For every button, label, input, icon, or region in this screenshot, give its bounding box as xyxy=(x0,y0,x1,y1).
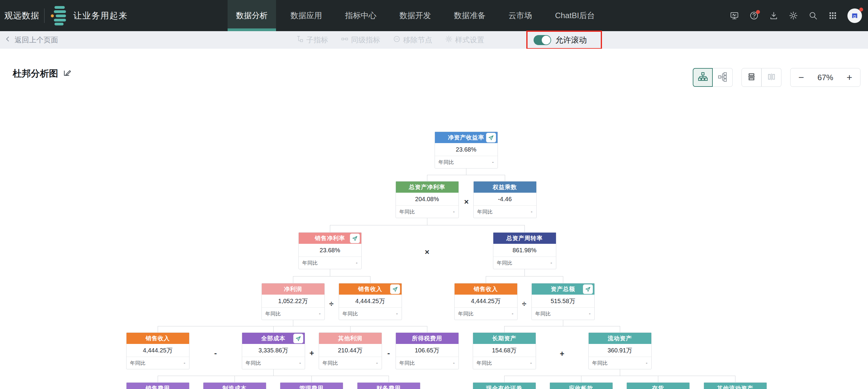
connector-line xyxy=(466,168,466,175)
metric-node-roa[interactable]: 总资产净利率204.08%年同比- xyxy=(396,181,459,218)
metric-node-np[interactable]: 净利润1,052.22万年同比- xyxy=(261,283,325,320)
node-header: 所得税费用 xyxy=(396,333,459,344)
toolbar-action-label: 同级指标 xyxy=(351,35,380,45)
node-header: 全部成本 xyxy=(242,333,305,344)
yoy-label: 年同比 xyxy=(302,260,318,266)
allow-scroll-toggle[interactable] xyxy=(534,35,551,45)
metric-node-ar[interactable]: 应收帐款144.36万年同比- xyxy=(550,382,613,389)
nav-tab-4[interactable]: 数据开发 xyxy=(391,0,439,31)
node-title: 销售收入 xyxy=(146,334,170,343)
nav-tab-5[interactable]: 数据准备 xyxy=(445,0,494,31)
operator-×: × xyxy=(464,198,468,206)
apps-grid-icon[interactable] xyxy=(828,11,837,21)
node-header: 现金有价证券 xyxy=(473,383,536,389)
send-icon[interactable] xyxy=(390,284,400,294)
yoy-label: 年同比 xyxy=(458,310,474,317)
metric-node-tax[interactable]: 所得税费用106.65万年同比- xyxy=(396,332,459,369)
connector-line xyxy=(293,320,293,326)
app-window: 观远数据 让业务用起来 数据分析数据应用指标中心数据开发数据准备云市场ChatB… xyxy=(0,0,868,389)
metric-node-inv[interactable]: 存货108.27万年同比- xyxy=(626,382,690,389)
node-header: 销售收入 xyxy=(126,333,189,344)
connector-line xyxy=(273,369,274,376)
nav-tab-1[interactable]: 数据分析 xyxy=(227,0,276,31)
metric-node-lta[interactable]: 长期资产154.68万年同比- xyxy=(473,332,536,369)
monitor-icon[interactable] xyxy=(730,11,739,21)
metric-node-se[interactable]: 销售费用311.66万年同比- xyxy=(126,382,189,389)
node-title: 销售净利率 xyxy=(315,234,345,242)
connector-line xyxy=(330,225,525,225)
send-icon[interactable] xyxy=(350,233,360,243)
node-title: 其他流动资产 xyxy=(717,385,753,389)
connector-line xyxy=(330,225,330,232)
node-value: 106.65万 xyxy=(396,344,459,357)
child-metric-icon xyxy=(296,35,304,45)
node-header: 总资产周转率 xyxy=(493,233,556,244)
metric-node-ta[interactable]: 资产总额515.58万年同比- xyxy=(531,283,595,320)
nav-tab-3[interactable]: 指标中心 xyxy=(337,0,385,31)
metric-node-rev_sales_2[interactable]: 销售收入4,444.25万年同比- xyxy=(454,283,518,320)
node-yoy-row: 年同比- xyxy=(455,307,517,320)
metric-node-roe[interactable]: 净资产收益率23.68%年同比- xyxy=(435,132,498,168)
metric-node-cash[interactable]: 现金有价证券72.18万年同比- xyxy=(473,382,536,389)
send-icon[interactable] xyxy=(486,133,496,142)
metric-node-rev_sales_1[interactable]: 销售收入4,444.25万年同比- xyxy=(339,283,402,320)
metric-node-ca[interactable]: 流动资产360.91万年同比- xyxy=(588,332,652,369)
connector-line xyxy=(427,175,427,181)
connector-line xyxy=(620,369,620,376)
metric-node-oca[interactable]: 其他流动资产36.09万年同比- xyxy=(704,382,767,389)
metric-node-mc[interactable]: 制造成本2,873.62万年同比- xyxy=(203,382,266,389)
yoy-value: - xyxy=(646,360,648,366)
node-yoy-row: 年同比- xyxy=(242,357,305,369)
remove-node-button[interactable]: 移除节点 xyxy=(393,35,432,45)
yoy-value: - xyxy=(531,209,533,215)
style-settings-button[interactable]: 样式设置 xyxy=(445,35,484,45)
sibling-metric-button[interactable]: 同级指标 xyxy=(341,35,380,45)
operator-+: + xyxy=(309,349,314,357)
scroll-toggle-highlight: 允许滚动 xyxy=(526,31,602,49)
primary-nav-tabs: 数据分析数据应用指标中心数据开发数据准备云市场ChatBI后台 xyxy=(227,0,603,31)
node-title: 其他利润 xyxy=(338,334,362,343)
help-icon[interactable] xyxy=(749,11,759,21)
yoy-label: 年同比 xyxy=(400,208,415,215)
nav-tab-2[interactable]: 数据应用 xyxy=(282,0,331,31)
metric-node-em[interactable]: 权益乘数-4.46年同比- xyxy=(473,181,536,218)
node-value: 23.68% xyxy=(435,143,498,156)
yoy-label: 年同比 xyxy=(438,159,454,166)
metric-node-ae[interactable]: 管理费用143.22万年同比- xyxy=(280,382,343,389)
toolbar-actions: 子指标同级指标移除节点样式设置 xyxy=(296,31,484,49)
node-header: 存货 xyxy=(627,383,689,389)
nav-tab-6[interactable]: 云市场 xyxy=(500,0,540,31)
metric-node-fe[interactable]: 财务费用7.37万年同比- xyxy=(357,382,421,389)
send-icon[interactable] xyxy=(293,334,303,343)
connector-line xyxy=(505,175,505,181)
yoy-value: - xyxy=(184,360,186,366)
send-icon[interactable] xyxy=(583,284,593,294)
node-title: 流动资产 xyxy=(608,334,632,343)
metric-node-cost[interactable]: 全部成本3,335.86万年同比- xyxy=(242,332,305,369)
back-button[interactable]: 返回上个页面 xyxy=(4,31,58,49)
node-value: 861.98% xyxy=(493,244,556,257)
child-metric-button[interactable]: 子指标 xyxy=(296,35,328,45)
yoy-label: 年同比 xyxy=(477,208,493,215)
settings-icon[interactable] xyxy=(788,11,798,21)
nav-tab-7[interactable]: ChatBI后台 xyxy=(547,0,603,31)
avatar[interactable] xyxy=(847,8,862,23)
node-title: 销售收入 xyxy=(358,285,382,293)
download-icon[interactable] xyxy=(769,11,778,21)
search-icon[interactable] xyxy=(808,11,818,21)
metric-node-rev_sales_3[interactable]: 销售收入4,444.25万年同比- xyxy=(126,332,189,369)
node-title: 管理费用 xyxy=(299,385,323,389)
operator-+: + xyxy=(560,350,564,358)
metric-node-npm[interactable]: 销售净利率23.68%年同比- xyxy=(299,232,362,269)
node-yoy-row: 年同比- xyxy=(532,307,594,320)
brand-slogan: 让业务用起来 xyxy=(73,0,128,31)
yoy-label: 年同比 xyxy=(130,360,146,367)
connector-line xyxy=(350,326,350,332)
connector-line xyxy=(158,376,158,382)
toolbar-action-label: 移除节点 xyxy=(403,35,432,45)
node-header: 资产总额 xyxy=(532,284,594,295)
connector-line xyxy=(486,276,563,277)
metric-node-tat[interactable]: 总资产周转率861.98%年同比- xyxy=(493,232,556,269)
connector-line xyxy=(158,376,389,376)
metric-node-op[interactable]: 其他利润210.44万年同比- xyxy=(319,332,382,369)
